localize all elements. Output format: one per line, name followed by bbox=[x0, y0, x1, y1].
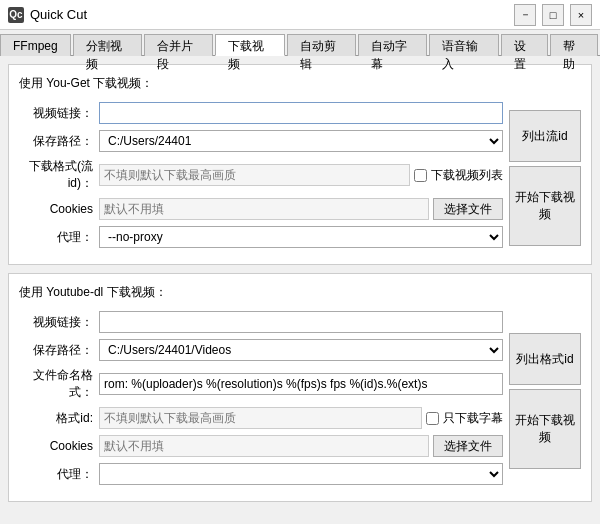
ytdl-side-buttons: 列出格式id 开始下载视频 bbox=[509, 311, 581, 491]
youget-cookies-label: Cookies bbox=[19, 202, 99, 216]
youget-proxy-row: 代理： --no-proxy bbox=[19, 226, 503, 248]
tab-ffmpeg[interactable]: FFmpeg bbox=[0, 34, 71, 56]
tab-merge[interactable]: 合并片段 bbox=[144, 34, 213, 56]
youget-section: 使用 You-Get 下载视频： 视频链接： 保存路径： C:/Users/24… bbox=[8, 64, 592, 265]
youget-cookies-input[interactable] bbox=[99, 198, 429, 220]
tab-auto-subtitle[interactable]: 自动字幕 bbox=[358, 34, 427, 56]
ytdl-format-input[interactable] bbox=[99, 407, 422, 429]
ytdl-cookies-label: Cookies bbox=[19, 439, 99, 453]
tab-settings[interactable]: 设置 bbox=[501, 34, 549, 56]
tab-download[interactable]: 下载视频 bbox=[215, 34, 284, 56]
ytdl-start-download-btn[interactable]: 开始下载视频 bbox=[509, 389, 581, 469]
youget-title: 使用 You-Get 下载视频： bbox=[19, 75, 581, 92]
ytdl-proxy-label: 代理： bbox=[19, 466, 99, 483]
youget-proxy-label: 代理： bbox=[19, 229, 99, 246]
youget-list-id-btn[interactable]: 列出流id bbox=[509, 110, 581, 162]
ytdl-save-label: 保存路径： bbox=[19, 342, 99, 359]
ytdl-filename-input[interactable] bbox=[99, 373, 503, 395]
ytdl-section: 使用 Youtube-dl 下载视频： 视频链接： 保存路径： C:/Users… bbox=[8, 273, 592, 502]
ytdl-proxy-select[interactable] bbox=[99, 463, 503, 485]
ytdl-url-row: 视频链接： bbox=[19, 311, 503, 333]
ytdl-format-row: 格式id: 只下载字幕 bbox=[19, 407, 503, 429]
tab-bar: FFmpeg 分割视频 合并片段 下载视频 自动剪辑 自动字幕 语音输入 设置 … bbox=[0, 30, 600, 56]
ytdl-inner: 视频链接： 保存路径： C:/Users/24401/Videos 文件命名格式… bbox=[19, 311, 581, 491]
ytdl-subtitle-only-checkbox[interactable] bbox=[426, 412, 439, 425]
ytdl-cookies-row: Cookies 选择文件 bbox=[19, 435, 503, 457]
app-icon: Qc bbox=[8, 7, 24, 23]
youget-save-row: 保存路径： C:/Users/24401 bbox=[19, 130, 503, 152]
youget-proxy-select[interactable]: --no-proxy bbox=[99, 226, 503, 248]
youget-download-list-checkbox[interactable] bbox=[414, 169, 427, 182]
tab-auto-cut[interactable]: 自动剪辑 bbox=[287, 34, 356, 56]
ytdl-filename-label: 文件命名格式： bbox=[19, 367, 99, 401]
ytdl-form: 视频链接： 保存路径： C:/Users/24401/Videos 文件命名格式… bbox=[19, 311, 503, 491]
youget-save-label: 保存路径： bbox=[19, 133, 99, 150]
minimize-button[interactable]: － bbox=[514, 4, 536, 26]
ytdl-list-format-btn[interactable]: 列出格式id bbox=[509, 333, 581, 385]
app-title: Quick Cut bbox=[30, 7, 514, 22]
youget-inner: 视频链接： 保存路径： C:/Users/24401 下载格式(流id)： 下载… bbox=[19, 102, 581, 254]
ytdl-url-label: 视频链接： bbox=[19, 314, 99, 331]
ytdl-filename-row: 文件命名格式： bbox=[19, 367, 503, 401]
window-controls: － □ × bbox=[514, 4, 592, 26]
ytdl-proxy-row: 代理： bbox=[19, 463, 503, 485]
ytdl-save-row: 保存路径： C:/Users/24401/Videos bbox=[19, 339, 503, 361]
close-button[interactable]: × bbox=[570, 4, 592, 26]
tab-split[interactable]: 分割视频 bbox=[73, 34, 142, 56]
youget-form: 视频链接： 保存路径： C:/Users/24401 下载格式(流id)： 下载… bbox=[19, 102, 503, 254]
ytdl-choose-file-btn[interactable]: 选择文件 bbox=[433, 435, 503, 457]
youget-format-row: 下载格式(流id)： 下载视频列表 bbox=[19, 158, 503, 192]
youget-start-download-btn[interactable]: 开始下载视频 bbox=[509, 166, 581, 246]
ytdl-save-select[interactable]: C:/Users/24401/Videos bbox=[99, 339, 503, 361]
tab-voice-input[interactable]: 语音输入 bbox=[429, 34, 498, 56]
tab-help[interactable]: 帮助 bbox=[550, 34, 598, 56]
ytdl-cookies-input[interactable] bbox=[99, 435, 429, 457]
youget-format-label: 下载格式(流id)： bbox=[19, 158, 99, 192]
youget-download-list-label: 下载视频列表 bbox=[431, 167, 503, 184]
main-content: 使用 You-Get 下载视频： 视频链接： 保存路径： C:/Users/24… bbox=[0, 56, 600, 502]
ytdl-title: 使用 Youtube-dl 下载视频： bbox=[19, 284, 581, 301]
youget-side-buttons: 列出流id 开始下载视频 bbox=[509, 102, 581, 254]
ytdl-url-input[interactable] bbox=[99, 311, 503, 333]
youget-url-row: 视频链接： bbox=[19, 102, 503, 124]
youget-cookies-row: Cookies 选择文件 bbox=[19, 198, 503, 220]
title-bar: Qc Quick Cut － □ × bbox=[0, 0, 600, 30]
ytdl-subtitle-only-label: 只下载字幕 bbox=[443, 410, 503, 427]
youget-save-select[interactable]: C:/Users/24401 bbox=[99, 130, 503, 152]
youget-url-input[interactable] bbox=[99, 102, 503, 124]
ytdl-format-label: 格式id: bbox=[19, 410, 99, 427]
youget-url-label: 视频链接： bbox=[19, 105, 99, 122]
maximize-button[interactable]: □ bbox=[542, 4, 564, 26]
youget-choose-file-btn[interactable]: 选择文件 bbox=[433, 198, 503, 220]
youget-format-input[interactable] bbox=[99, 164, 410, 186]
